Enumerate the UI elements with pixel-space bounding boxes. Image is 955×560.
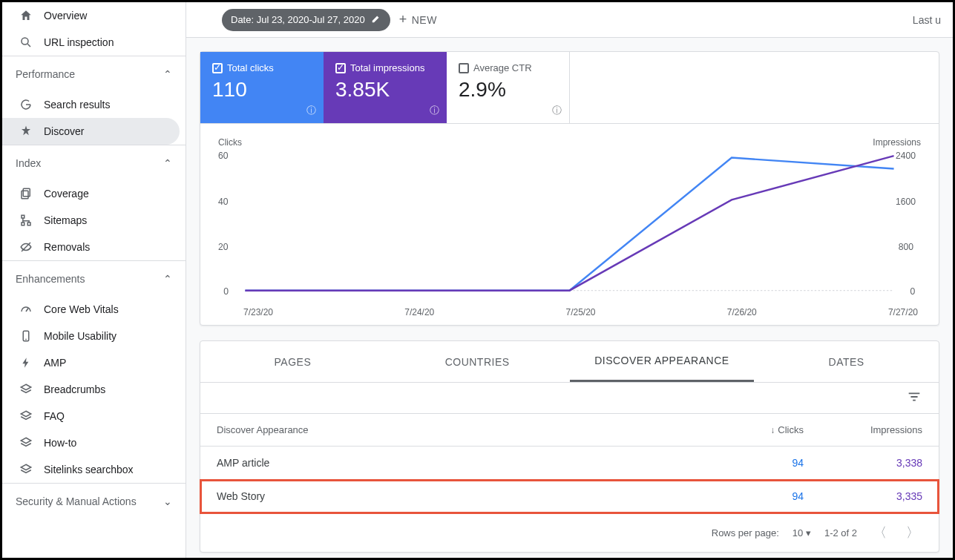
svg-text:1600: 1600 [896, 196, 916, 206]
google-icon [17, 98, 35, 111]
prev-page[interactable]: 〈 [870, 524, 890, 541]
main: Date: Jul 23, 2020-Jul 27, 2020 + NEW La… [186, 2, 953, 558]
nav-amp[interactable]: AMP [2, 349, 186, 376]
filter-icon[interactable] [906, 389, 922, 407]
section-index[interactable]: Index ⌃ [2, 145, 186, 180]
svg-text:40: 40 [218, 196, 229, 206]
left-axis-label: Clicks [218, 137, 242, 148]
svg-text:2400: 2400 [896, 151, 916, 161]
nav-overview[interactable]: Overview [2, 2, 186, 29]
tab-discover-appearance[interactable]: DISCOVER APPEARANCE [570, 341, 755, 382]
page-range: 1-2 of 2 [824, 527, 857, 538]
edit-icon [371, 13, 381, 26]
chart: Clicks Impressions 60 40 20 0 2400 1600 … [200, 124, 939, 325]
table-header: Discover Appearance ↓Clicks Impressions [200, 414, 939, 447]
nav-sitemaps[interactable]: Sitemaps [2, 207, 186, 234]
layers-icon [17, 383, 35, 396]
nav-breadcrumbs[interactable]: Breadcrumbs [2, 376, 186, 403]
arrow-down-icon: ↓ [770, 425, 775, 435]
tab-dates[interactable]: DATES [754, 341, 939, 382]
svg-text:0: 0 [910, 286, 915, 297]
chevron-up-icon: ⌃ [163, 273, 172, 285]
nav-mobile[interactable]: Mobile Usability [2, 323, 186, 349]
svg-text:60: 60 [218, 151, 229, 161]
home-icon [17, 9, 35, 22]
svg-text:800: 800 [899, 242, 913, 252]
layers-icon [17, 409, 35, 423]
help-icon[interactable]: ⓘ [552, 104, 562, 117]
svg-text:20: 20 [218, 242, 229, 252]
performance-card: Total clicks 110 ⓘ Total impressions 3.8… [200, 51, 939, 326]
dropdown-icon: ▾ [806, 527, 811, 538]
copy-icon [17, 187, 35, 200]
table-row[interactable]: Web Story 94 3,335 [200, 480, 939, 513]
sort-clicks[interactable]: ↓Clicks [707, 424, 804, 435]
svg-rect-4 [22, 215, 24, 218]
phone-icon [17, 329, 35, 343]
nav-howto[interactable]: How-to [2, 429, 186, 456]
chevron-down-icon: ⌄ [163, 495, 172, 507]
section-performance[interactable]: Performance ⌃ [2, 56, 186, 91]
nav-search-results[interactable]: Search results [2, 91, 186, 118]
bolt-icon [17, 357, 35, 369]
tree-icon [17, 214, 35, 227]
search-icon [17, 36, 35, 49]
nav-cwv[interactable]: Core Web Vitals [2, 296, 186, 323]
next-page[interactable]: 〉 [903, 524, 922, 541]
layers-icon [17, 436, 35, 449]
nav-removals[interactable]: Removals [2, 234, 186, 260]
right-axis-label: Impressions [873, 137, 921, 148]
last-updated: Last u [913, 14, 941, 26]
plus-icon: + [399, 12, 407, 27]
section-enhancements[interactable]: Enhancements ⌃ [2, 260, 186, 296]
sidebar: Overview URL inspection Performance ⌃ Se… [2, 2, 186, 558]
help-icon[interactable]: ⓘ [430, 104, 439, 117]
rows-per-page-select[interactable]: 10 ▾ [792, 527, 811, 538]
nav-label: URL inspection [44, 36, 114, 48]
metric-tiles: Total clicks 110 ⓘ Total impressions 3.8… [200, 52, 939, 124]
nav-sitelinks[interactable]: Sitelinks searchbox [2, 456, 186, 483]
toolbar: Date: Jul 23, 2020-Jul 27, 2020 + NEW La… [186, 2, 953, 38]
table-row[interactable]: AMP article 94 3,338 [200, 447, 939, 480]
nav-coverage[interactable]: Coverage [2, 180, 186, 207]
nav-discover[interactable]: Discover [2, 118, 180, 145]
tile-total-impressions[interactable]: Total impressions 3.85K ⓘ [324, 52, 447, 123]
star-icon [17, 125, 35, 138]
tab-countries[interactable]: COUNTRIES [385, 341, 570, 382]
tile-average-ctr[interactable]: Average CTR 2.9% ⓘ [447, 52, 570, 123]
checkbox-icon [335, 63, 346, 73]
x-axis: 7/23/20 7/24/20 7/25/20 7/26/20 7/27/20 [218, 306, 921, 317]
checkbox-icon [212, 63, 223, 73]
pager: Rows per page: 10 ▾ 1-2 of 2 〈 〉 [200, 513, 939, 552]
svg-rect-2 [23, 188, 30, 197]
impressions-line [245, 156, 893, 291]
filter-icon[interactable] [198, 11, 213, 28]
checkbox-icon [459, 63, 469, 73]
tabs: PAGES COUNTRIES DISCOVER APPEARANCE DATE… [200, 341, 939, 383]
svg-line-1 [27, 44, 30, 47]
svg-rect-5 [22, 223, 24, 225]
svg-rect-3 [22, 191, 28, 199]
chevron-up-icon: ⌃ [163, 68, 172, 80]
clicks-line [245, 158, 893, 291]
breakdown-card: PAGES COUNTRIES DISCOVER APPEARANCE DATE… [200, 340, 939, 553]
tile-total-clicks[interactable]: Total clicks 110 ⓘ [200, 52, 324, 123]
app-root: Overview URL inspection Performance ⌃ Se… [0, 0, 955, 560]
svg-rect-6 [27, 223, 30, 225]
tab-pages[interactable]: PAGES [200, 341, 385, 382]
nav-url-inspection[interactable]: URL inspection [2, 29, 186, 56]
svg-point-0 [22, 38, 28, 45]
section-security[interactable]: Security & Manual Actions ⌄ [2, 483, 186, 518]
content: Total clicks 110 ⓘ Total impressions 3.8… [186, 38, 953, 558]
chevron-up-icon: ⌃ [163, 157, 172, 169]
gauge-icon [17, 303, 35, 316]
layers-icon [17, 463, 35, 476]
svg-text:0: 0 [223, 286, 229, 297]
line-chart: 60 40 20 0 2400 1600 800 0 [218, 148, 921, 303]
svg-line-8 [26, 309, 28, 312]
date-chip[interactable]: Date: Jul 23, 2020-Jul 27, 2020 [222, 9, 390, 31]
new-button[interactable]: + NEW [399, 12, 437, 27]
help-icon[interactable]: ⓘ [306, 104, 316, 117]
nav-faq[interactable]: FAQ [2, 403, 186, 429]
eye-off-icon [17, 240, 35, 254]
